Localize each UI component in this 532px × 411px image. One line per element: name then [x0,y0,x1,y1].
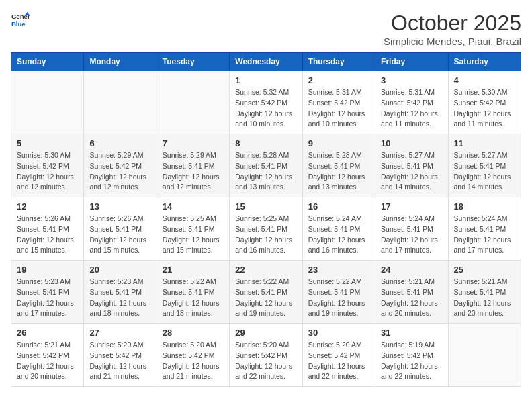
day-number: 23 [308,265,369,275]
day-number: 17 [381,201,442,212]
day-cell: 30Sunrise: 5:20 AM Sunset: 5:42 PM Dayli… [302,324,375,387]
day-info: Sunrise: 5:30 AM Sunset: 5:42 PM Dayligh… [17,150,78,193]
day-info: Sunrise: 5:20 AM Sunset: 5:42 PM Dayligh… [308,340,369,382]
day-info: Sunrise: 5:31 AM Sunset: 5:42 PM Dayligh… [381,87,442,130]
day-number: 7 [163,138,224,148]
day-number: 13 [89,201,150,212]
day-number: 20 [89,265,150,275]
day-info: Sunrise: 5:21 AM Sunset: 5:41 PM Dayligh… [454,277,515,319]
day-info: Sunrise: 5:23 AM Sunset: 5:41 PM Dayligh… [17,277,78,319]
day-number: 3 [381,75,442,85]
day-cell: 21Sunrise: 5:22 AM Sunset: 5:41 PM Dayli… [157,261,229,324]
day-cell: 13Sunrise: 5:26 AM Sunset: 5:41 PM Dayli… [84,197,157,261]
day-cell: 18Sunrise: 5:24 AM Sunset: 5:41 PM Dayli… [448,197,521,261]
day-info: Sunrise: 5:29 AM Sunset: 5:41 PM Dayligh… [163,150,224,193]
day-number: 30 [308,328,369,338]
day-cell: 23Sunrise: 5:22 AM Sunset: 5:41 PM Dayli… [302,261,375,324]
day-number: 11 [454,138,515,148]
day-number: 28 [163,328,224,338]
header-monday: Monday [84,53,157,71]
day-cell: 14Sunrise: 5:25 AM Sunset: 5:41 PM Dayli… [157,197,229,261]
day-cell: 17Sunrise: 5:24 AM Sunset: 5:41 PM Dayli… [375,197,448,261]
day-info: Sunrise: 5:22 AM Sunset: 5:41 PM Dayligh… [163,277,224,319]
day-info: Sunrise: 5:27 AM Sunset: 5:41 PM Dayligh… [381,150,442,193]
header-friday: Friday [375,53,448,71]
day-info: Sunrise: 5:25 AM Sunset: 5:41 PM Dayligh… [235,214,296,256]
day-number: 4 [454,75,515,85]
calendar-title: October 2025 [384,11,521,36]
day-info: Sunrise: 5:26 AM Sunset: 5:41 PM Dayligh… [89,214,150,256]
day-cell: 26Sunrise: 5:21 AM Sunset: 5:42 PM Dayli… [11,324,84,387]
day-number: 1 [235,75,296,85]
day-cell: 15Sunrise: 5:25 AM Sunset: 5:41 PM Dayli… [230,197,302,261]
day-cell: 8Sunrise: 5:28 AM Sunset: 5:41 PM Daylig… [230,134,302,197]
day-cell: 25Sunrise: 5:21 AM Sunset: 5:41 PM Dayli… [448,261,521,324]
day-info: Sunrise: 5:24 AM Sunset: 5:41 PM Dayligh… [308,214,369,256]
day-number: 31 [381,328,442,338]
day-cell: 4Sunrise: 5:30 AM Sunset: 5:42 PM Daylig… [448,71,521,134]
day-cell: 1Sunrise: 5:32 AM Sunset: 5:42 PM Daylig… [230,71,302,134]
logo: General Blue [11,11,30,30]
day-number: 26 [17,328,78,338]
day-cell: 7Sunrise: 5:29 AM Sunset: 5:41 PM Daylig… [157,134,229,197]
day-number: 24 [381,265,442,275]
week-row-5: 26Sunrise: 5:21 AM Sunset: 5:42 PM Dayli… [11,324,521,387]
day-cell: 22Sunrise: 5:22 AM Sunset: 5:41 PM Dayli… [230,261,302,324]
day-number: 27 [89,328,150,338]
day-cell: 27Sunrise: 5:20 AM Sunset: 5:42 PM Dayli… [84,324,157,387]
day-info: Sunrise: 5:32 AM Sunset: 5:42 PM Dayligh… [235,87,296,130]
day-number: 18 [454,201,515,212]
day-cell [84,71,157,134]
day-info: Sunrise: 5:21 AM Sunset: 5:42 PM Dayligh… [17,340,78,382]
calendar-header-row: SundayMondayTuesdayWednesdayThursdayFrid… [11,53,521,71]
page-header: General Blue October 2025 Simplicio Mend… [11,11,521,47]
day-number: 29 [235,328,296,338]
week-row-2: 5Sunrise: 5:30 AM Sunset: 5:42 PM Daylig… [11,134,521,197]
day-number: 6 [89,138,150,148]
calendar-subtitle: Simplicio Mendes, Piaui, Brazil [384,36,521,47]
day-cell: 16Sunrise: 5:24 AM Sunset: 5:41 PM Dayli… [302,197,375,261]
logo-icon: General Blue [11,11,30,30]
day-cell [448,324,521,387]
header-sunday: Sunday [11,53,84,71]
week-row-1: 1Sunrise: 5:32 AM Sunset: 5:42 PM Daylig… [11,71,521,134]
day-cell: 28Sunrise: 5:20 AM Sunset: 5:42 PM Dayli… [157,324,229,387]
day-number: 14 [163,201,224,212]
header-tuesday: Tuesday [157,53,229,71]
day-number: 2 [308,75,369,85]
week-row-4: 19Sunrise: 5:23 AM Sunset: 5:41 PM Dayli… [11,261,521,324]
day-number: 8 [235,138,296,148]
day-info: Sunrise: 5:23 AM Sunset: 5:41 PM Dayligh… [89,277,150,319]
day-info: Sunrise: 5:27 AM Sunset: 5:41 PM Dayligh… [454,150,515,193]
day-info: Sunrise: 5:24 AM Sunset: 5:41 PM Dayligh… [381,214,442,256]
day-number: 25 [454,265,515,275]
day-cell: 10Sunrise: 5:27 AM Sunset: 5:41 PM Dayli… [375,134,448,197]
day-info: Sunrise: 5:19 AM Sunset: 5:42 PM Dayligh… [381,340,442,382]
day-info: Sunrise: 5:20 AM Sunset: 5:42 PM Dayligh… [89,340,150,382]
day-number: 19 [17,265,78,275]
day-cell: 9Sunrise: 5:28 AM Sunset: 5:41 PM Daylig… [302,134,375,197]
day-info: Sunrise: 5:28 AM Sunset: 5:41 PM Dayligh… [235,150,296,193]
day-info: Sunrise: 5:25 AM Sunset: 5:41 PM Dayligh… [163,214,224,256]
calendar-table: SundayMondayTuesdayWednesdayThursdayFrid… [11,52,521,387]
header-saturday: Saturday [448,53,521,71]
day-cell [11,71,84,134]
day-cell: 5Sunrise: 5:30 AM Sunset: 5:42 PM Daylig… [11,134,84,197]
day-number: 22 [235,265,296,275]
day-info: Sunrise: 5:31 AM Sunset: 5:42 PM Dayligh… [308,87,369,130]
day-number: 10 [381,138,442,148]
day-number: 15 [235,201,296,212]
day-cell: 20Sunrise: 5:23 AM Sunset: 5:41 PM Dayli… [84,261,157,324]
header-wednesday: Wednesday [230,53,302,71]
day-cell: 3Sunrise: 5:31 AM Sunset: 5:42 PM Daylig… [375,71,448,134]
day-info: Sunrise: 5:21 AM Sunset: 5:41 PM Dayligh… [381,277,442,319]
day-cell: 19Sunrise: 5:23 AM Sunset: 5:41 PM Dayli… [11,261,84,324]
day-number: 16 [308,201,369,212]
day-info: Sunrise: 5:24 AM Sunset: 5:41 PM Dayligh… [454,214,515,256]
day-cell: 12Sunrise: 5:26 AM Sunset: 5:41 PM Dayli… [11,197,84,261]
day-info: Sunrise: 5:22 AM Sunset: 5:41 PM Dayligh… [308,277,369,319]
day-info: Sunrise: 5:20 AM Sunset: 5:42 PM Dayligh… [163,340,224,382]
calendar-title-area: October 2025 Simplicio Mendes, Piaui, Br… [384,11,521,47]
day-info: Sunrise: 5:26 AM Sunset: 5:41 PM Dayligh… [17,214,78,256]
day-info: Sunrise: 5:22 AM Sunset: 5:41 PM Dayligh… [235,277,296,319]
